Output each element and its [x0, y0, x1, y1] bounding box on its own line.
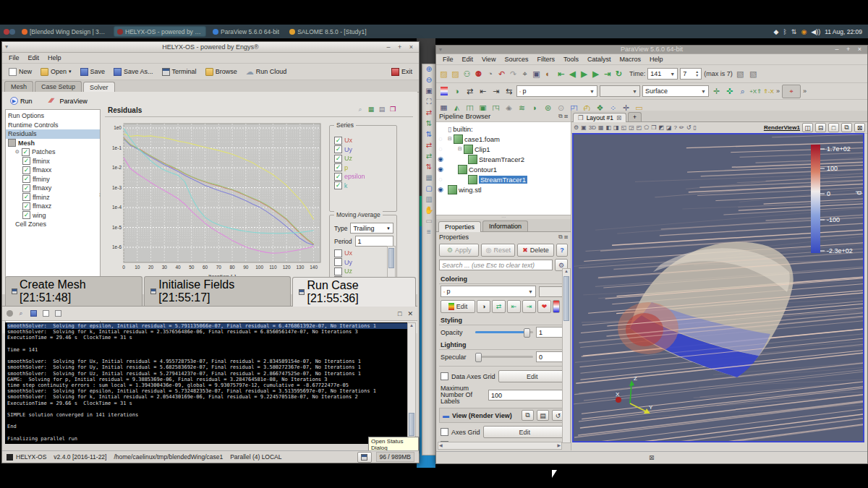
pipeline-item-streamtracer1[interactable]: ◌StreamTracer1	[436, 174, 571, 184]
run-button[interactable]: ▶ Run	[7, 95, 36, 107]
visibility-eye-icon[interactable]: ◉	[436, 186, 445, 193]
max-labels-input[interactable]: 100	[488, 390, 566, 401]
expander-icon[interactable]: ⊟	[458, 146, 462, 152]
hover-points-icon[interactable]: ✏	[679, 124, 684, 131]
rubber-band-icon[interactable]: ▭	[424, 217, 435, 227]
console-copy-icon[interactable]	[41, 309, 50, 318]
reset-icon[interactable]: ↺	[686, 124, 692, 131]
helyx-window-buttons[interactable]: – + ×	[386, 42, 416, 52]
tree-item-ffminy[interactable]: ✓ffminy	[6, 175, 100, 184]
console-save-icon[interactable]	[29, 309, 38, 318]
3d-toggle-icon[interactable]: 3D	[589, 124, 596, 131]
rescale-visible-icon[interactable]: ⇆	[503, 86, 514, 97]
set-view-minusx-icon[interactable]: ⇑-X	[763, 86, 774, 97]
render-view[interactable]: 1.7e+021000-100-2.3e+02pXYZ	[572, 133, 864, 442]
palette-icon[interactable]: ◐	[542, 69, 553, 80]
select-cells-on-icon[interactable]: ◱	[621, 124, 627, 131]
single-view-icon[interactable]: ▢	[424, 184, 435, 194]
properties-hscrollbar[interactable]: ◀▶	[438, 442, 562, 450]
chart-report-icon[interactable]: ▤	[378, 105, 386, 114]
grid-view-icon[interactable]: ▦	[424, 174, 435, 184]
time-frame-spinbox[interactable]: 7▲▼	[680, 68, 702, 80]
taskbar-window-helyx-icon[interactable]: HELYX-OS - powered by Engy...	[114, 26, 206, 37]
tree-item-patches[interactable]: ⊙✓Patches	[6, 147, 100, 157]
show-desktop-icon[interactable]	[9, 29, 15, 35]
tab-mesh[interactable]: Mesh	[4, 81, 33, 92]
rescale-data-icon[interactable]: ⇄	[464, 86, 475, 97]
open-button[interactable]: Open▾	[37, 66, 75, 78]
tree-item-runtime-controls[interactable]: Runtime Controls	[6, 121, 100, 130]
checkbox[interactable]	[334, 249, 342, 257]
checkbox[interactable]: ✓	[334, 163, 342, 171]
taskbar-window-salome-icon[interactable]: SALOME 8.5.0 - [Study1]	[286, 26, 370, 37]
select-points-on-icon[interactable]: ◲	[629, 124, 634, 131]
tree-item-ffmaxy[interactable]: ✓ffmaxy	[6, 184, 100, 193]
taskbar-window-firefox-icon[interactable]: [Blended Wing Design | 3D ...	[18, 26, 111, 37]
screenshot-icon[interactable]: ▣	[531, 69, 542, 80]
chart-table-icon[interactable]: ▦	[367, 105, 375, 114]
menu-tools[interactable]: Tools	[560, 56, 582, 63]
properties-vscrollbar[interactable]: ▲	[562, 268, 571, 443]
series-toggle-k[interactable]: ✓k	[334, 181, 396, 191]
data-axes-grid-checkbox[interactable]	[441, 372, 448, 380]
select-frustum-icon[interactable]: ◰	[637, 124, 642, 131]
tree-item-ffmaxz[interactable]: ✓ffmaxz	[6, 202, 100, 211]
series-toggle-epsilon[interactable]: ✓epsilon	[334, 172, 396, 181]
statusbar-close-icon[interactable]: ⊠	[649, 454, 655, 461]
exit-button[interactable]: Exit	[388, 66, 416, 78]
open-file-icon[interactable]: ▨	[438, 69, 449, 80]
checkbox[interactable]: ✓	[22, 193, 30, 201]
select-view-icon[interactable]: ▣	[424, 87, 435, 97]
camera-undo-icon[interactable]: ◧	[606, 124, 612, 131]
paraview-titlebar[interactable]: ▾ ParaView 5.6.0 64-bit – + ×	[436, 46, 867, 54]
tab-case-setup[interactable]: Case Setup	[35, 81, 82, 92]
axes-grid-checkbox[interactable]	[441, 428, 448, 436]
undo-icon[interactable]: ↶	[496, 69, 507, 80]
redo-icon[interactable]: ↷	[508, 69, 519, 80]
toolbar-overflow-chevron[interactable]: »	[776, 87, 780, 95]
colormap-bw-icon[interactable]: ◑	[477, 300, 490, 313]
browse-button[interactable]: Browse	[202, 66, 241, 78]
window-menu-icon[interactable]: ▾	[439, 46, 442, 53]
apply-button[interactable]: ⚙Apply	[439, 244, 479, 257]
checkbox[interactable]: ✓	[22, 211, 30, 219]
ma-toggle-Uy[interactable]: Uy	[334, 258, 393, 267]
ma-type-select[interactable]: Trailing▼	[350, 223, 393, 234]
volume-icon[interactable]: ◀))	[811, 28, 820, 35]
save-as-button[interactable]: Save As...	[110, 66, 157, 78]
interactive-cells-icon[interactable]: ◩	[658, 124, 664, 131]
favorites-icon[interactable]: ❤	[537, 300, 551, 313]
save-button[interactable]: Save	[77, 66, 109, 78]
rescale-range-icon[interactable]: ⇄	[492, 300, 506, 313]
series-toggle-Uy[interactable]: ✓Uy	[334, 145, 396, 155]
panel-splitter[interactable]: ⁞	[99, 192, 101, 198]
multi-view-icon[interactable]: ▥	[424, 195, 435, 205]
menu-view[interactable]: View	[478, 56, 499, 63]
menu-macros[interactable]: Macros	[616, 56, 644, 63]
chart-window-icon[interactable]: ❒	[388, 105, 397, 114]
view-section-header[interactable]: View (Render View)	[452, 412, 519, 419]
checkbox[interactable]: ✓	[334, 137, 342, 145]
set-view-plusx-icon[interactable]: +X⇑	[750, 86, 761, 97]
checkbox[interactable]: ✓	[22, 175, 30, 183]
grid-icon[interactable]: ▦	[598, 124, 604, 131]
chart-export-icon[interactable]: ⌕	[356, 105, 365, 114]
colormap-preset-icon[interactable]	[553, 300, 560, 313]
help-button[interactable]: ?	[556, 244, 568, 257]
time-value-combo[interactable]: 141▼	[647, 68, 678, 80]
checkbox[interactable]	[8, 139, 16, 147]
camera-plusy-icon[interactable]: ⇅	[424, 130, 435, 140]
expander-icon[interactable]: ⊙	[15, 149, 20, 155]
open-in-paraview-button[interactable]: ∕∕∕ ParaView	[46, 95, 91, 107]
loop-icon[interactable]: ↻	[613, 69, 624, 80]
notifications-icon[interactable]: ◆	[774, 28, 779, 35]
trash-icon[interactable]: ▯	[693, 124, 696, 131]
menu-help[interactable]: Help	[44, 54, 65, 61]
menu-catalyst[interactable]: Catalyst	[584, 56, 615, 63]
menu-file[interactable]: File	[5, 54, 23, 61]
hover-cells-icon[interactable]: ?	[674, 124, 677, 131]
pan-icon[interactable]: ✋	[424, 206, 435, 216]
rescale-custom-range-icon[interactable]: ⇤	[507, 300, 521, 313]
reset-camera-icon[interactable]: ✛	[711, 86, 722, 97]
console-close-icon[interactable]: ✕	[407, 310, 413, 317]
